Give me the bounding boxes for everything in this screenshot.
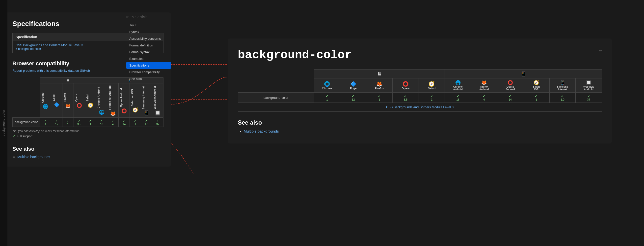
- check-opera-large: ✓: [404, 94, 407, 98]
- see-also-list-right: Multiple backgrounds: [238, 129, 602, 134]
- desktop-section-header-large: 🖥: [314, 69, 445, 78]
- ver-firefox-large: 1: [367, 98, 391, 101]
- ver-safari-ios-large: 1: [524, 98, 548, 101]
- check-icon-legend: ✓: [12, 134, 15, 138]
- toc-heading: In this article: [126, 15, 171, 19]
- see-also-list-left: Multiple backgrounds: [12, 155, 164, 159]
- check-chrome-large: ✓: [326, 94, 329, 98]
- check-firefox-android-large: ✓: [482, 94, 486, 98]
- toc-item-accessibility[interactable]: Accessibility concerns: [126, 35, 171, 42]
- version-webview: 37: [153, 123, 163, 126]
- check-safari: ✓: [89, 119, 92, 123]
- check-edge-large: ✓: [352, 94, 355, 98]
- ver-opera-large: 3.5: [394, 98, 418, 101]
- connection-line-spec: [171, 77, 228, 104]
- edit-icon[interactable]: ✏: [599, 48, 602, 53]
- compat-table-small: 🖥 📱 Chrome🌐 Edge🔷 Firefox🦊 Opera⭕ Safari…: [12, 77, 164, 127]
- check-safari-ios: ✓: [134, 119, 137, 123]
- spec-link[interactable]: CSS Backgrounds and Borders Module Level…: [16, 43, 83, 47]
- browser-webview-small: WebView Android: [153, 85, 157, 110]
- mobile-icon-large: 📱: [521, 71, 526, 76]
- version-chrome: 1: [40, 123, 50, 126]
- compat-row-large: background-color ✓1 ✓12 ✓1 ✓3.5 ✓1 ✓18 ✓…: [238, 93, 602, 103]
- ver-chrome-android-large: 18: [446, 98, 470, 101]
- see-also-link-left[interactable]: Multiple backgrounds: [17, 155, 50, 159]
- toc-panel: In this article Try it Syntax Accessibil…: [126, 15, 171, 82]
- check-opera-android-large: ✓: [509, 94, 512, 98]
- compat-table-wrapper: 🖥 📱 Chrome🌐 Edge🔷 Firefox🦊 Opera⭕ Safari…: [12, 77, 164, 127]
- desktop-icon: 🖥: [66, 79, 69, 82]
- check-webview: ✓: [156, 119, 159, 123]
- toc-item-formal-syntax[interactable]: Formal syntax: [126, 49, 171, 55]
- check-chrome-android: ✓: [100, 119, 103, 123]
- check-opera-android: ✓: [122, 119, 126, 123]
- spec-anchor[interactable]: # background-color: [16, 47, 41, 51]
- check-firefox-android: ✓: [112, 119, 114, 123]
- th-samsung-large: 📱SamsungInternet: [550, 78, 576, 93]
- check-safari-large: ✓: [430, 94, 433, 98]
- toc-item-try-it[interactable]: Try it: [126, 22, 171, 29]
- toc-item-formal-def[interactable]: Formal definition: [126, 42, 171, 49]
- check-webview-large: ✓: [587, 94, 590, 98]
- compat-table-large: 🖥 📱 🌐Chrome 🔷Edge 🦊Firefox ⭕Opera 🧭Safar…: [238, 69, 602, 112]
- th-safari-large: 🧭Safari: [418, 78, 445, 93]
- ver-firefox-android-large: 4: [472, 98, 496, 101]
- version-samsung: 1.0: [142, 123, 151, 126]
- th-chrome-android-large: 🌐ChromeAndroid: [445, 78, 471, 93]
- toc-item-specifications[interactable]: Specifications: [126, 62, 171, 69]
- feature-cell: background-color: [13, 118, 40, 127]
- page-title: background-color: [238, 48, 602, 62]
- ver-opera-android-large: 14: [498, 98, 522, 101]
- browser-opera-small: Opera: [74, 93, 78, 103]
- version-opera-android: 14: [119, 123, 129, 126]
- check-samsung-large: ✓: [561, 94, 564, 98]
- toc-item-see-also[interactable]: See also: [126, 75, 171, 82]
- browser-opera-android-small: Opera Android: [119, 87, 123, 108]
- check-samsung: ✓: [145, 119, 148, 123]
- spec-link-row: CSS Backgrounds and Borders Module Level…: [238, 103, 602, 112]
- browser-samsung-small: Samsung Internet: [142, 85, 146, 110]
- ver-safari-large: 1: [420, 98, 444, 101]
- version-firefox-android: 4: [108, 123, 118, 126]
- version-safari: 1: [86, 123, 95, 126]
- ver-edge-large: 12: [341, 98, 365, 101]
- ver-chrome-large: 1: [315, 98, 339, 101]
- version-chrome-android: 18: [96, 123, 106, 126]
- see-also-item-left: Multiple backgrounds: [17, 155, 164, 159]
- check-opera: ✓: [78, 119, 81, 123]
- th-opera-large: ⭕Opera: [392, 78, 419, 93]
- desktop-icon-large: 🖥: [377, 71, 382, 76]
- see-also-title-left: See also: [12, 146, 164, 152]
- browser-safari-small: Safari: [86, 93, 90, 102]
- ver-webview-large: 37: [577, 98, 601, 101]
- tip-text: Tip: you can click/tap on a cell for mor…: [12, 129, 164, 133]
- version-safari-ios: 1: [130, 123, 140, 126]
- desktop-group-header: 🖥: [40, 78, 96, 83]
- check-firefox: ✓: [66, 119, 69, 123]
- th-firefox-large: 🦊Firefox: [366, 78, 392, 93]
- toc-item-syntax[interactable]: Syntax: [126, 29, 171, 35]
- spec-table-link-large[interactable]: CSS Backgrounds and Borders Module Level…: [386, 105, 454, 109]
- see-also-title-right: See also: [238, 119, 602, 126]
- compat-row: background-color ✓1 ✓12 ✓1 ✓3.5 ✓1 ✓18 ✓…: [13, 118, 164, 127]
- th-chrome-large: 🌐Chrome: [314, 78, 340, 93]
- toc-item-browser-compat[interactable]: Browser compatibility: [126, 69, 171, 75]
- ver-samsung-large: 1.0: [550, 98, 575, 101]
- browser-firefox-android-small: Firefox for Android: [108, 84, 112, 111]
- th-opera-android-large: ⭕OperaAndroid: [497, 78, 523, 93]
- check-chrome-android-large: ✓: [456, 94, 460, 98]
- check-safari-ios-large: ✓: [535, 94, 538, 98]
- toc-item-examples[interactable]: Examples: [126, 55, 171, 62]
- browser-chrome-android-small: Chrome Android: [96, 86, 100, 109]
- th-safari-ios-large: 🧭SafariiOS: [523, 78, 550, 93]
- version-firefox: 1: [63, 123, 73, 126]
- check-edge: ✓: [55, 119, 58, 123]
- check-firefox-large: ✓: [378, 94, 381, 98]
- browser-chrome-small: Chrome: [40, 92, 44, 104]
- browser-edge-small: Edge: [52, 93, 56, 102]
- see-also-link-right[interactable]: Multiple backgrounds: [244, 129, 279, 133]
- full-support-label: Full support: [17, 135, 32, 138]
- th-webview-large: 🔲WebViewAndroid: [576, 78, 602, 93]
- version-opera: 3.5: [74, 123, 84, 126]
- feature-label-large: background-color: [238, 93, 314, 103]
